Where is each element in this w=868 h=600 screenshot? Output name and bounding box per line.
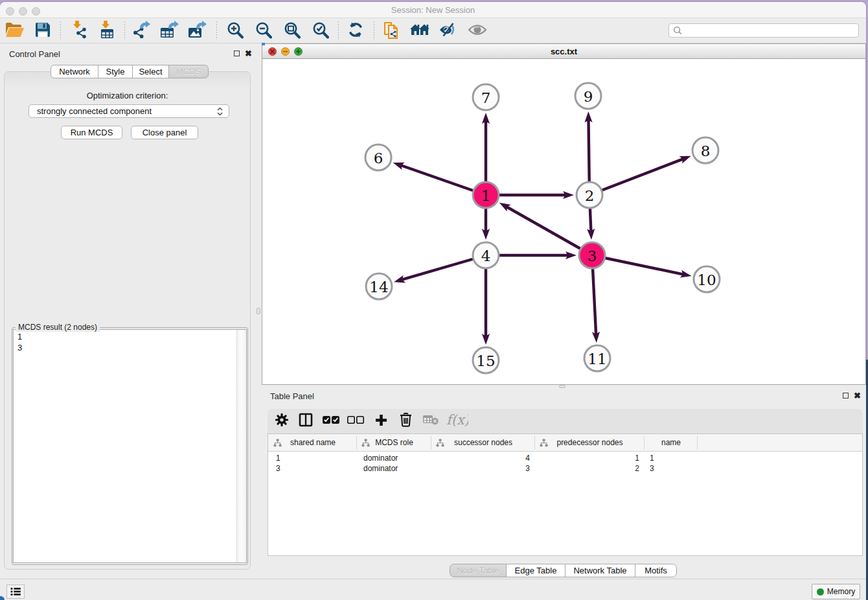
edge-arrow-4-15: [482, 334, 490, 345]
control-panel-title: Control Panel: [9, 49, 60, 59]
show-all-button[interactable]: [466, 20, 488, 42]
tab-select[interactable]: Select: [132, 65, 169, 78]
clone-network-icon: [383, 20, 401, 42]
export-image-button[interactable]: [187, 20, 209, 42]
import-table-button[interactable]: [97, 20, 119, 42]
zoom-fit-icon: [283, 21, 301, 41]
settings-button[interactable]: [271, 411, 292, 432]
graph-node-label-4: 4: [481, 248, 491, 264]
mcds-result-scrollbar[interactable]: [236, 330, 246, 562]
table-tab-Edge-Table[interactable]: Edge Table: [506, 564, 565, 577]
network-graph: 7968124314101511: [262, 60, 865, 384]
table-cell[interactable]: 1: [276, 453, 280, 463]
main-toolbar: [0, 19, 866, 43]
column-header-predecessor-nodes[interactable]: predecessor nodes: [535, 438, 645, 447]
clone-network-button[interactable]: [381, 20, 403, 42]
split-columns-button[interactable]: [295, 411, 316, 432]
settings-icon: [275, 413, 289, 430]
refresh-icon: [347, 21, 364, 41]
save-session-button[interactable]: [32, 20, 54, 42]
column-header-successor-nodes[interactable]: successor nodes: [431, 438, 535, 447]
criterion-dropdown-value: strongly connected component: [37, 106, 152, 116]
import-table-icon: [99, 21, 116, 41]
column-header-MCDS-role[interactable]: MCDS role: [357, 438, 431, 447]
memory-button-label: Memory: [827, 587, 855, 596]
export-image-icon: [188, 21, 207, 41]
open-session-button[interactable]: [3, 20, 25, 42]
table-panel-float-button[interactable]: [843, 393, 849, 398]
memory-button[interactable]: Memory: [812, 584, 860, 599]
automation-panel-button[interactable]: [6, 584, 25, 599]
delete-icon: [400, 413, 412, 430]
control-panel-float-button[interactable]: [234, 51, 240, 56]
zoom-in-button[interactable]: [223, 20, 246, 42]
table-cell[interactable]: 3: [650, 463, 654, 474]
hide-selected-icon: [439, 22, 458, 40]
table-cell[interactable]: dominator: [363, 453, 398, 463]
select-all-checkboxes-icon: [323, 415, 339, 427]
table-cell[interactable]: dominator: [363, 463, 398, 474]
mcds-result-line: 1: [17, 331, 22, 342]
network-window: scc.txt 7968124314101511: [262, 43, 866, 385]
export-network-icon: [132, 21, 152, 41]
run-mcds-button[interactable]: Run MCDS: [61, 126, 122, 139]
table-cell[interactable]: 4: [431, 453, 530, 463]
tab-network[interactable]: Network: [51, 65, 98, 78]
mcds-result-textarea[interactable]: 13: [13, 329, 247, 563]
column-header-name[interactable]: name: [645, 438, 698, 447]
clear-checkboxes-button[interactable]: [345, 411, 366, 432]
table-tab-Node-Table[interactable]: Node Table: [450, 564, 507, 577]
import-network-button[interactable]: [68, 20, 90, 42]
import-network-icon: [71, 21, 87, 41]
column-header-shared-name[interactable]: shared name: [269, 438, 357, 447]
control-panel-close-button[interactable]: ✖: [245, 50, 252, 57]
edge-arrow-1-2: [563, 191, 574, 199]
toolbar-separator: [216, 21, 217, 40]
table-cell[interactable]: 1: [535, 453, 639, 463]
network-canvas[interactable]: 7968124314101511: [262, 60, 865, 384]
table-tab-Network-Table[interactable]: Network Table: [565, 564, 635, 577]
reset-home-button[interactable]: [409, 20, 431, 42]
open-session-icon: [5, 21, 24, 41]
select-all-checkboxes-button[interactable]: [321, 411, 341, 432]
add-button[interactable]: [371, 411, 391, 432]
graph-node-label-2: 2: [585, 187, 595, 204]
app-window: Session: New Session: [0, 2, 866, 600]
search-box[interactable]: [668, 23, 859, 38]
zoom-in-icon: [226, 21, 244, 41]
horizontal-splitter-handle[interactable]: [559, 385, 565, 388]
table-cell[interactable]: 3: [431, 463, 530, 474]
table-cell[interactable]: 3: [276, 463, 280, 474]
hide-selected-button[interactable]: [437, 20, 459, 42]
search-icon: [673, 26, 682, 35]
mcds-result-values: 13: [17, 331, 22, 353]
vertical-splitter-handle[interactable]: [257, 308, 260, 314]
save-session-icon: [34, 21, 51, 41]
zoom-out-button[interactable]: [252, 20, 274, 42]
edge-3-10[interactable]: [592, 255, 685, 275]
network-window-titlebar[interactable]: scc.txt: [262, 44, 865, 59]
tab-mcds[interactable]: MCDS: [168, 65, 209, 78]
table-panel-close-button[interactable]: ✖: [854, 392, 861, 399]
list-icon: [10, 587, 21, 596]
zoom-fit-button[interactable]: [280, 20, 303, 42]
add-icon: [375, 414, 387, 429]
zoom-selected-icon: [312, 21, 329, 41]
graph-node-label-7: 7: [481, 89, 491, 106]
edge-2-8[interactable]: [589, 159, 684, 195]
delete-button[interactable]: [395, 411, 416, 432]
refresh-button[interactable]: [345, 20, 367, 42]
column-separator[interactable]: [697, 436, 698, 450]
close-panel-button[interactable]: Close panel: [131, 126, 198, 139]
criterion-dropdown[interactable]: strongly connected component: [29, 104, 229, 118]
export-table-button[interactable]: [159, 20, 181, 42]
zoom-selected-button[interactable]: [309, 20, 331, 42]
node-table[interactable]: shared name MCDS role successor nodes pr…: [268, 433, 863, 556]
tab-style[interactable]: Style: [98, 65, 133, 78]
table-cell[interactable]: 2: [535, 463, 639, 474]
table-tab-Motifs[interactable]: Motifs: [635, 564, 677, 577]
export-network-button[interactable]: [131, 20, 153, 42]
edge-3-1[interactable]: [505, 206, 592, 255]
table-cell[interactable]: 1: [650, 453, 654, 463]
search-input[interactable]: [682, 25, 858, 36]
